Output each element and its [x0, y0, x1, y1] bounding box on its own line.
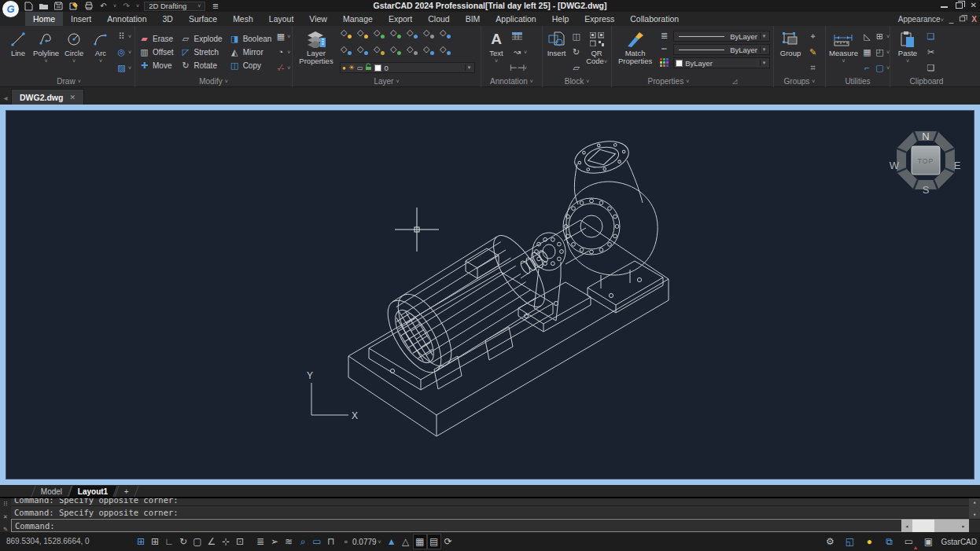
tab-home[interactable]: Home — [25, 12, 63, 26]
linetype-dropdown[interactable]: ByLayer▾ — [673, 44, 770, 55]
doc-restore-button[interactable] — [960, 17, 965, 21]
doc-tab-close-icon[interactable]: ✕ — [69, 94, 76, 101]
model-tab[interactable]: Model — [31, 486, 72, 497]
fullscreen-icon[interactable]: ▣ — [921, 534, 935, 549]
osnap-toggle-icon[interactable]: ▢ — [190, 534, 204, 549]
layout1-tab[interactable]: Layout1 — [68, 486, 118, 497]
group-edit-icon[interactable]: ✎ — [807, 47, 819, 57]
tab-annotation[interactable]: Annotation — [99, 12, 154, 26]
layer-properties-button[interactable]: Layer Properties — [296, 28, 337, 75]
match-properties-button[interactable]: Match Properties — [615, 28, 655, 75]
qr-code-button[interactable]: QR Code˅ — [585, 28, 608, 75]
quick-measure-icon[interactable]: ◺ — [861, 31, 873, 42]
group-select-icon[interactable]: ⌖ — [807, 31, 819, 42]
tab-surface[interactable]: Surface — [181, 12, 225, 26]
lock-ui-icon[interactable]: ⊓ — [324, 534, 338, 549]
layer-lockall-icon[interactable] — [373, 46, 385, 55]
table-icon[interactable] — [511, 31, 523, 42]
layer-match-icon[interactable] — [340, 46, 352, 55]
doc-tab-scroll-left[interactable]: ◂ — [0, 94, 11, 105]
annotation-scale-chip[interactable]: ▫ 0.0779˅ — [338, 534, 385, 549]
paste-block-icon[interactable]: ⊞ — [874, 31, 886, 42]
hatch-tool-icon[interactable]: ▨ — [116, 63, 127, 73]
command-vertical-scrollbar[interactable]: ▴▾ — [969, 498, 980, 519]
undo-icon[interactable]: ↶ — [98, 2, 109, 11]
ungroup-icon[interactable]: ⌗ — [807, 63, 819, 73]
boolean-button[interactable]: ◨Boolean — [229, 33, 272, 45]
donut-tool-icon[interactable]: ◎ — [116, 47, 127, 57]
viewcube-west[interactable]: W — [890, 160, 900, 171]
doc-minimize-button[interactable]: _ — [949, 15, 954, 24]
command-grip-icon[interactable]: ⁝⁝ — [3, 499, 8, 507]
panel-label-utilities[interactable]: Utilities — [826, 75, 890, 87]
rotate-button[interactable]: ↻Rotate — [180, 60, 223, 72]
isolate-objects-icon[interactable]: ≋ — [282, 534, 296, 549]
undo-dropdown[interactable]: ˅ — [113, 3, 116, 9]
layer-walk-icon[interactable] — [422, 46, 434, 55]
panel-label-groups[interactable]: Groups˅ — [774, 75, 825, 87]
system-warning-icon[interactable]: ▭▲ — [901, 534, 916, 549]
layer-lock-icon[interactable] — [439, 30, 451, 39]
floating-window-icon[interactable]: ◱ — [842, 534, 857, 549]
tab-view[interactable]: View — [301, 12, 335, 26]
tab-3d[interactable]: 3D — [155, 12, 181, 26]
points-tool-icon[interactable]: ⠿ — [116, 31, 127, 42]
polyline-button[interactable]: Polyline˅ — [33, 28, 59, 75]
attribute-edit-icon[interactable]: ▱ — [570, 63, 582, 73]
attributes-icon[interactable]: ◫ — [570, 31, 582, 42]
color-dropdown[interactable]: ByLayer▾ — [673, 57, 770, 68]
layer-isolate-icon[interactable] — [406, 30, 418, 39]
drawing-canvas[interactable]: Y X TOP N S W E — [6, 110, 974, 479]
sync-monitors-icon[interactable]: ⧉ — [882, 534, 896, 549]
layer-unisolate-icon[interactable] — [422, 30, 434, 39]
save-icon[interactable] — [53, 2, 64, 11]
copy-base-icon[interactable]: ❏ — [925, 63, 937, 73]
otrack-toggle-icon[interactable]: ∠ — [204, 534, 219, 549]
group-button[interactable]: Group — [777, 28, 804, 75]
line-button[interactable]: Line — [6, 28, 30, 75]
snap-toggle-icon[interactable]: ⊞ — [134, 534, 148, 549]
tab-application[interactable]: Application — [488, 12, 543, 26]
copy-clip-icon[interactable]: ❏ — [925, 31, 937, 42]
minimize-button[interactable] — [941, 2, 948, 8]
move-button[interactable]: ✚Move — [138, 60, 174, 72]
tab-layout[interactable]: Layout — [261, 12, 302, 26]
quick-select-icon[interactable]: ▢ — [874, 63, 886, 73]
redo-dropdown[interactable]: ˅ — [136, 3, 139, 9]
doc-tab-dwg2[interactable]: DWG2.dwg✕ — [11, 89, 84, 105]
command-horizontal-scrollbar[interactable]: ◂ ▸ — [901, 520, 969, 532]
settings-gear-icon[interactable]: ⚙ — [823, 534, 837, 549]
tab-mesh[interactable]: Mesh — [225, 12, 261, 26]
tab-help[interactable]: Help — [544, 12, 577, 26]
new-file-icon[interactable] — [24, 2, 34, 11]
viewcube-north[interactable]: N — [922, 130, 929, 142]
isometric-drafting-icon[interactable]: ▦ — [413, 534, 427, 549]
fillet-icon[interactable]: ◔ — [274, 47, 286, 57]
quick-properties-icon[interactable]: ▤ — [427, 534, 441, 549]
tab-export[interactable]: Export — [381, 12, 420, 26]
redo-icon[interactable]: ↷ — [121, 2, 131, 11]
scale-icon[interactable]: ▫ — [291, 63, 292, 73]
layer-state-icon[interactable] — [439, 46, 451, 55]
insert-button[interactable]: Insert — [546, 28, 567, 75]
performance-monitor-icon[interactable]: ▭ — [310, 534, 324, 549]
tips-bulb-icon[interactable]: ● — [862, 534, 876, 549]
tab-bim[interactable]: BIM — [458, 12, 488, 26]
panel-label-layer[interactable]: Layer˅ — [293, 75, 481, 87]
viewcube[interactable]: TOP N S W E — [886, 121, 965, 200]
gstarcad-logo[interactable]: G — [2, 1, 19, 17]
leader-icon[interactable]: ↝ — [511, 47, 523, 57]
dynamic-ucs-icon[interactable]: ⊹ — [219, 534, 233, 549]
zoom-tool-icon[interactable]: ⌕ — [296, 534, 310, 549]
open-file-icon[interactable] — [39, 2, 49, 11]
workspace-combo[interactable]: 2D Drafting ˅ — [144, 2, 205, 11]
polar-toggle-icon[interactable]: ↻ — [176, 534, 190, 549]
circle-button[interactable]: Circle˅ — [62, 28, 86, 75]
command-input-line[interactable]: Command: — [11, 519, 969, 532]
tab-collaboration[interactable]: Collaboration — [622, 12, 687, 26]
offset-button[interactable]: ▥Offset — [138, 46, 174, 58]
layer-on-icon[interactable] — [356, 30, 368, 39]
panel-label-annotation[interactable]: Annotation˅ — [481, 75, 542, 87]
properties-dialog-launcher[interactable]: ◿ — [732, 78, 737, 85]
dynamic-input-icon[interactable]: ⊡ — [233, 534, 247, 549]
